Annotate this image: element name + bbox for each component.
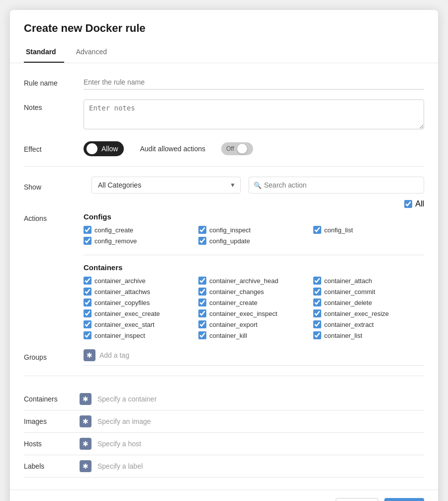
action-label: config_create xyxy=(94,226,133,234)
audit-toggle-circle xyxy=(237,144,247,154)
allow-toggle-label: Allow xyxy=(101,145,118,153)
list-item: container_exec_start xyxy=(84,320,194,328)
list-item: container_attach xyxy=(313,277,424,285)
action-label: container_commit xyxy=(324,288,375,296)
action-label: container_kill xyxy=(209,332,247,339)
checkbox-container_exec_inspect[interactable] xyxy=(198,309,206,317)
groups-row: Groups ✱ Add a tag xyxy=(24,349,424,366)
all-checkbox[interactable] xyxy=(404,200,412,208)
checkbox-container_export[interactable] xyxy=(198,320,206,328)
action-label: container_exec_create xyxy=(94,310,160,317)
list-item: container_commit xyxy=(313,288,424,296)
resource-star-labels[interactable]: ✱ xyxy=(80,460,91,472)
checkbox-container_delete[interactable] xyxy=(313,299,321,306)
audit-toggle-label: Off xyxy=(226,145,234,152)
checkbox-config_create[interactable] xyxy=(84,226,91,234)
list-item: container_exec_inspect xyxy=(198,309,309,317)
checkbox-config_inspect[interactable] xyxy=(198,226,206,234)
list-item: container_delete xyxy=(313,299,424,306)
resource-star-containers[interactable]: ✱ xyxy=(80,393,91,405)
list-item: container_create xyxy=(198,299,309,306)
checkbox-container_exec_create[interactable] xyxy=(84,309,91,317)
action-label: config_list xyxy=(324,226,353,234)
list-item: container_extract xyxy=(313,320,424,328)
effect-row: Effect Allow Audit allowed actions Off xyxy=(24,141,424,156)
tab-standard[interactable]: Standard xyxy=(24,43,64,63)
effect-label: Effect xyxy=(24,141,84,153)
rule-name-input[interactable] xyxy=(84,75,424,90)
containers-group-title: Containers xyxy=(84,263,424,272)
checkbox-container_exec_resize[interactable] xyxy=(313,309,321,317)
action-label: container_archive_head xyxy=(209,277,278,285)
action-label: config_inspect xyxy=(209,226,251,234)
divider-2 xyxy=(24,376,424,376)
resource-star-hosts[interactable]: ✱ xyxy=(80,438,91,450)
audit-toggle[interactable]: Off xyxy=(221,142,253,155)
notes-label: Notes xyxy=(24,100,84,111)
action-label: container_list xyxy=(324,332,362,339)
checkbox-container_attach[interactable] xyxy=(313,277,321,285)
list-item: container_attachws xyxy=(84,288,194,296)
modal-title: Create new Docker rule xyxy=(24,22,424,35)
checkbox-container_exec_start[interactable] xyxy=(84,320,91,328)
list-item: container_exec_create xyxy=(84,309,194,317)
divider-1 xyxy=(24,166,424,167)
checkbox-container_commit[interactable] xyxy=(313,288,321,296)
allow-toggle[interactable]: Allow xyxy=(84,141,124,156)
action-label: container_exec_resize xyxy=(324,310,389,317)
configs-group-title: Configs xyxy=(84,212,424,221)
notes-row: Notes xyxy=(24,100,424,131)
list-item: container_exec_resize xyxy=(313,309,424,317)
category-select[interactable]: All Categories xyxy=(91,177,241,194)
resource-star-images[interactable]: ✱ xyxy=(80,415,91,427)
tag-star-icon[interactable]: ✱ xyxy=(84,349,95,361)
checkbox-config_remove[interactable] xyxy=(84,237,91,245)
effect-controls: Allow Audit allowed actions Off xyxy=(84,141,253,156)
search-wrap: 🔍 xyxy=(249,177,424,194)
category-select-wrap: All Categories ▼ xyxy=(91,177,241,194)
cancel-button[interactable]: Cancel xyxy=(336,498,378,501)
checkbox-config_list[interactable] xyxy=(313,226,321,234)
checkbox-container_list[interactable] xyxy=(313,331,321,339)
action-label: config_remove xyxy=(94,237,137,245)
list-item: container_archive xyxy=(84,277,194,285)
checkbox-container_archive[interactable] xyxy=(84,277,91,285)
checkbox-config_update[interactable] xyxy=(198,237,206,245)
search-input[interactable] xyxy=(249,177,424,194)
resource-label-hosts: Hosts xyxy=(24,440,74,448)
show-label: Show xyxy=(24,179,84,191)
list-item: container_archive_head xyxy=(198,277,309,285)
checkbox-container_copyfiles[interactable] xyxy=(84,299,91,306)
checkbox-container_attachws[interactable] xyxy=(84,288,91,296)
save-button[interactable]: Save xyxy=(384,498,424,501)
all-label: All xyxy=(415,200,424,208)
resource-label-containers: Containers xyxy=(24,395,74,403)
modal-header: Create new Docker rule Standard Advanced xyxy=(10,10,438,63)
checkbox-container_changes[interactable] xyxy=(198,288,206,296)
checkbox-container_kill[interactable] xyxy=(198,331,206,339)
resource-placeholder-containers: Specify a container xyxy=(97,395,157,403)
notes-input[interactable] xyxy=(84,100,424,129)
create-docker-rule-modal: Create new Docker rule Standard Advanced… xyxy=(10,10,438,501)
checkbox-container_inspect[interactable] xyxy=(84,331,91,339)
rule-name-row: Rule name xyxy=(24,75,424,90)
list-item: container_inspect xyxy=(84,331,194,339)
action-label: container_attach xyxy=(324,277,372,285)
action-label: container_export xyxy=(209,321,258,328)
tag-placeholder: Add a tag xyxy=(99,351,129,359)
groups-label: Groups xyxy=(24,349,84,361)
list-item: container_copyfiles xyxy=(84,299,194,306)
action-label: container_extract xyxy=(324,321,374,328)
list-item: config_update xyxy=(198,237,309,245)
resource-label-labels: Labels xyxy=(24,462,74,470)
action-label: container_attachws xyxy=(94,288,150,296)
tab-advanced[interactable]: Advanced xyxy=(74,43,115,63)
action-label: container_copyfiles xyxy=(94,299,150,306)
checkbox-container_archive_head[interactable] xyxy=(198,277,206,285)
checkbox-container_create[interactable] xyxy=(198,299,206,306)
containers-items-grid: container_archive container_archive_head… xyxy=(84,277,424,339)
resource-section: Containers ✱ Specify a container Images … xyxy=(24,388,424,478)
action-label: container_changes xyxy=(209,288,264,296)
checkbox-container_extract[interactable] xyxy=(313,320,321,328)
resource-placeholder-hosts: Specify a host xyxy=(97,440,141,448)
